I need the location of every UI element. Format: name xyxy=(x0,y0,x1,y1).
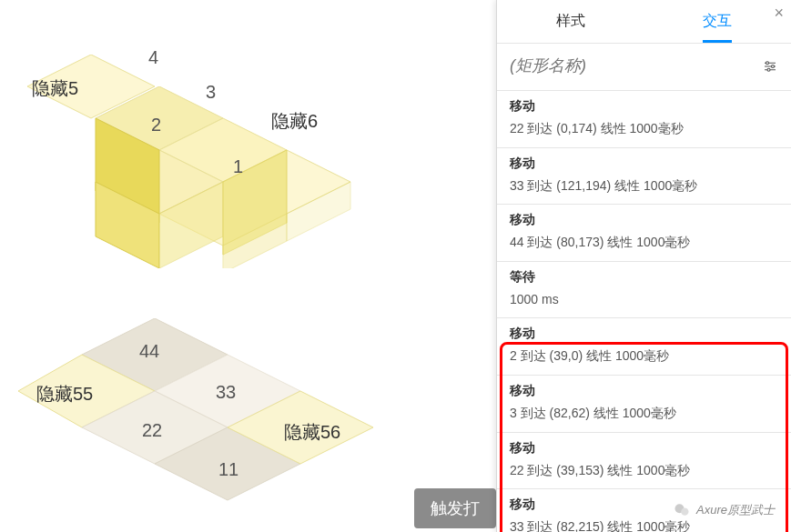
action-title: 移动 xyxy=(510,383,778,399)
action-item[interactable]: 等待 1000 ms xyxy=(497,261,791,318)
widget-name-row xyxy=(497,44,791,90)
wechat-icon xyxy=(673,501,691,519)
label-33: 33 xyxy=(216,382,236,403)
label-4: 4 xyxy=(148,47,158,68)
panel-tabs: 样式 交互 xyxy=(497,0,791,44)
flat-tile-group[interactable] xyxy=(18,318,419,527)
action-desc: 22 到达 (39,153) 线性 1000毫秒 xyxy=(510,462,778,480)
properties-panel: × 样式 交互 移动 22 到达 (0,174) 线性 1000毫秒 移动 33… xyxy=(496,0,791,532)
tab-underline xyxy=(703,40,732,43)
widget-name-input[interactable] xyxy=(510,53,755,79)
svg-point-19 xyxy=(772,65,775,67)
trigger-button[interactable]: 触发打 xyxy=(414,488,496,528)
label-44: 44 xyxy=(139,341,159,362)
action-title: 移动 xyxy=(510,156,778,172)
label-hidden-5: 隐藏5 xyxy=(32,76,78,101)
tab-interaction-label: 交互 xyxy=(703,13,732,28)
action-item[interactable]: 移动 2 到达 (39,0) 线性 1000毫秒 xyxy=(497,317,791,375)
svg-point-22 xyxy=(681,508,688,516)
label-1: 1 xyxy=(233,156,243,177)
design-canvas[interactable]: 4 3 2 1 隐藏5 隐藏6 44 33 22 11 隐藏55 隐藏56 触发… xyxy=(0,0,496,532)
label-22: 22 xyxy=(142,420,162,441)
tab-interaction[interactable]: 交互 xyxy=(644,12,792,31)
action-title: 移动 xyxy=(510,98,778,115)
action-title: 移动 xyxy=(510,440,778,457)
action-title: 移动 xyxy=(510,326,778,342)
action-item[interactable]: 移动 22 到达 (0,174) 线性 1000毫秒 xyxy=(497,90,791,147)
action-desc: 2 到达 (39,0) 线性 1000毫秒 xyxy=(510,347,778,366)
watermark: Axure原型武士 xyxy=(673,501,775,519)
action-item[interactable]: 移动 3 到达 (82,62) 线性 1000毫秒 xyxy=(497,375,791,432)
actions-list: 移动 22 到达 (0,174) 线性 1000毫秒 移动 33 到达 (121… xyxy=(497,90,791,532)
svg-point-18 xyxy=(766,61,769,64)
action-item[interactable]: 移动 33 到达 (121,194) 线性 1000毫秒 xyxy=(497,147,791,205)
action-desc: 3 到达 (82,62) 线性 1000毫秒 xyxy=(510,405,778,423)
action-desc: 33 到达 (82,215) 线性 1000毫秒 xyxy=(510,518,778,532)
watermark-text: Axure原型武士 xyxy=(696,502,775,518)
tab-style[interactable]: 样式 xyxy=(497,12,644,31)
trigger-button-label: 触发打 xyxy=(431,499,480,517)
action-desc: 44 到达 (80,173) 线性 1000毫秒 xyxy=(510,234,778,252)
interaction-settings-icon[interactable] xyxy=(762,58,778,75)
action-desc: 33 到达 (121,194) 线性 1000毫秒 xyxy=(510,177,778,196)
action-item[interactable]: 移动 22 到达 (39,153) 线性 1000毫秒 xyxy=(497,432,791,489)
action-desc: 22 到达 (0,174) 线性 1000毫秒 xyxy=(510,120,778,138)
tab-style-label: 样式 xyxy=(556,13,585,28)
label-hidden-56: 隐藏56 xyxy=(284,420,340,445)
label-11: 11 xyxy=(218,459,238,480)
label-3: 3 xyxy=(206,82,216,103)
action-title: 等待 xyxy=(510,269,778,286)
label-2: 2 xyxy=(151,115,161,136)
label-hidden-6: 隐藏6 xyxy=(271,109,318,134)
label-hidden-55: 隐藏55 xyxy=(36,382,93,407)
svg-point-20 xyxy=(767,68,770,71)
action-item[interactable]: 移动 44 到达 (80,173) 线性 1000毫秒 xyxy=(497,204,791,261)
action-title: 移动 xyxy=(510,212,778,228)
action-desc: 1000 ms xyxy=(510,291,778,309)
